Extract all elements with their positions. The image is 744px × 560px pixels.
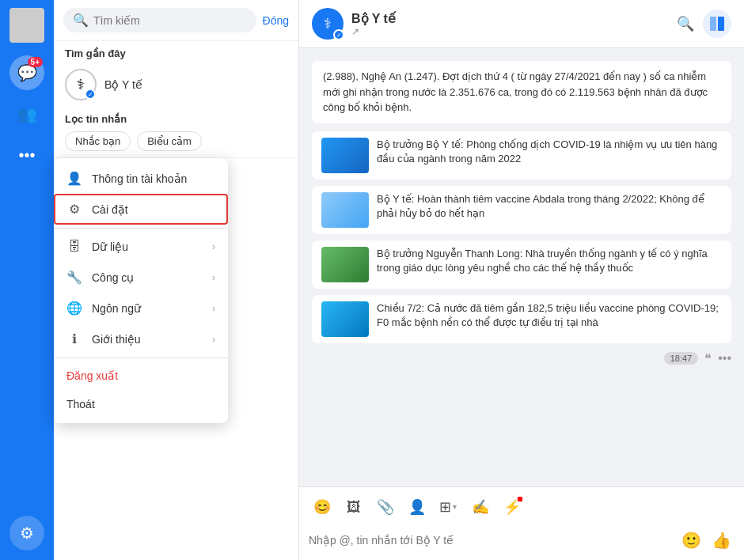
more-actions-icon[interactable]: ••• [718, 351, 731, 365]
about-icon: ℹ [66, 331, 82, 346]
messages-badge: 5+ [28, 57, 43, 67]
news-thumb-2 [321, 192, 369, 228]
chat-header: ⚕ ✓ Bộ Y tế ↗ 🔍 [299, 0, 744, 48]
news-item-2[interactable]: Bộ Y tế: Hoàn thành tiêm vaccine Abdala … [312, 186, 731, 234]
menu-item-logout-label: Đăng xuất [66, 369, 118, 382]
emoji-btn[interactable]: 🙂 [678, 527, 704, 554]
menu-item-account[interactable]: 👤 Thông tin tài khoản [54, 163, 228, 194]
chat-verified-badge-icon: ✓ [333, 29, 344, 40]
menu-item-about[interactable]: ℹ Giới thiệu › [54, 324, 228, 354]
svg-rect-0 [710, 17, 716, 31]
news-text-2: Bộ Y tế: Hoàn thành tiêm vaccine Abdala … [377, 192, 722, 221]
messages-icon-btn[interactable]: 💬 5+ [9, 55, 44, 90]
middle-panel: 🔍 Đóng Tìm gần đây ⚕ ✓ Bộ Y tế Lọc tin n… [54, 0, 299, 560]
news-thumb-3 [321, 247, 369, 282]
settings-gear-btn[interactable]: ⚙ [9, 516, 44, 551]
chat-header-name: Bộ Y tế [351, 11, 663, 26]
contact-name: Bộ Y tế [104, 78, 142, 91]
image-btn[interactable]: 🖼 [340, 494, 367, 520]
search-input[interactable] [93, 14, 247, 27]
quote-icon[interactable]: ❝ [704, 351, 712, 366]
menu-item-tools[interactable]: 🔧 Công cụ › [54, 262, 228, 293]
text-message: (2.988), Nghệ An (1.247). Đợt dịch thứ 4… [312, 61, 731, 123]
chat-messages: (2.988), Nghệ An (1.247). Đợt dịch thứ 4… [299, 48, 744, 486]
news-items: Bộ trưởng Bộ Y tế: Phòng chống dịch COVI… [312, 131, 731, 343]
chat-panel: ⚕ ✓ Bộ Y tế ↗ 🔍 (2.988), Nghệ An (1.247)… [299, 0, 744, 560]
news-item-3[interactable]: Bộ trưởng Nguyễn Thanh Long: Nhà truyền … [312, 240, 731, 289]
panel-icon [709, 16, 725, 32]
menu-item-language[interactable]: 🌐 Ngôn ngữ › [54, 293, 228, 324]
svg-rect-1 [718, 17, 724, 31]
chat-header-avatar: ⚕ ✓ [312, 8, 344, 40]
data-arrow-icon: › [212, 241, 215, 252]
chat-header-info: Bộ Y tế ↗ [351, 11, 663, 37]
contact-btn[interactable]: 👤 [404, 494, 431, 520]
settings-icon: ⚙ [66, 202, 82, 217]
recent-title: Tìm gần đây [54, 41, 298, 62]
sidebar-icons: 💬 5+ 👥 ••• ⚙ [0, 0, 54, 560]
menu-item-settings[interactable]: ⚙ Cài đặt [54, 194, 228, 225]
dropdown-arrow-icon: ▼ [451, 503, 458, 511]
message-footer: 18:47 ❝ ••• [312, 351, 731, 366]
search-bar: 🔍 Đóng [54, 0, 298, 41]
menu-item-logout[interactable]: Đăng xuất [54, 361, 228, 390]
contacts-icon-btn[interactable]: 👥 [9, 96, 44, 131]
menu-item-about-label: Giới thiệu [92, 333, 141, 346]
menu-item-exit[interactable]: Thoát [54, 390, 228, 418]
search-icon: 🔍 [73, 13, 89, 28]
chat-header-sub: ↗ [351, 26, 663, 37]
news-text-1: Bộ trưởng Bộ Y tế: Phòng chống dịch COVI… [377, 138, 722, 166]
timestamp: 18:47 [664, 352, 699, 365]
chat-header-ministry-icon: ⚕ [324, 15, 332, 32]
filter-chip-remind[interactable]: Nhắc bạn [65, 131, 131, 151]
language-icon: 🌐 [66, 301, 82, 316]
filter-title: Lọc tin nhắn [65, 113, 287, 125]
user-avatar[interactable] [9, 8, 44, 43]
menu-item-settings-label: Cài đặt [92, 203, 128, 216]
filter-chip-emoji[interactable]: Biểu cảm [137, 131, 202, 151]
menu-item-exit-label: Thoát [66, 398, 95, 411]
news-item-4[interactable]: Chiều 7/2: Cả nước đã tiêm gần 182,5 tri… [312, 295, 731, 343]
chat-input[interactable] [309, 534, 671, 547]
menu-item-tools-label: Công cụ [92, 271, 134, 284]
close-search-button[interactable]: Đóng [263, 14, 289, 27]
news-item-1[interactable]: Bộ trưởng Bộ Y tế: Phòng chống dịch COVI… [312, 131, 731, 180]
emoji-sticker-btn[interactable]: 😊 [309, 494, 336, 520]
filter-chips: Nhắc bạn Biểu cảm [65, 131, 287, 151]
tools-icon: 🔧 [66, 270, 82, 285]
menu-item-data[interactable]: 🗄 Dữ liệu › [54, 232, 228, 262]
news-text-4: Chiều 7/2: Cả nước đã tiêm gần 182,5 tri… [377, 301, 722, 330]
about-arrow-icon: › [212, 334, 215, 345]
chat-input-right: 🙂 👍 [678, 527, 735, 554]
news-thumb-4 [321, 301, 369, 337]
chat-header-actions: 🔍 [671, 9, 731, 38]
more-tools-btn[interactable]: ⊞ ▼ [435, 494, 462, 520]
menu-item-account-label: Thông tin tài khoản [92, 172, 187, 185]
quick-reply-badge [518, 497, 522, 501]
text-format-btn[interactable]: ✍ [467, 494, 494, 520]
quick-reply-btn[interactable]: ⚡ [499, 494, 526, 520]
menu-divider-1 [54, 228, 228, 229]
chat-input-tools: 😊 🖼 📎 👤 ⊞ ▼ ✍ ⚡ [309, 494, 735, 520]
verified-badge-icon: ✓ [85, 89, 96, 100]
more-icon-btn[interactable]: ••• [9, 138, 44, 172]
news-text-3: Bộ trưởng Nguyễn Thanh Long: Nhà truyền … [377, 247, 722, 275]
menu-item-data-label: Dữ liệu [92, 240, 128, 253]
chat-search-button[interactable]: 🔍 [671, 9, 700, 38]
share-icon: ↗ [351, 26, 359, 37]
menu-item-language-label: Ngôn ngữ [92, 302, 141, 315]
news-thumb-1 [321, 138, 369, 173]
data-icon: 🗄 [66, 240, 82, 254]
contact-item[interactable]: ⚕ ✓ Bộ Y tế [54, 62, 298, 107]
contact-avatar: ⚕ ✓ [65, 69, 97, 100]
account-icon: 👤 [66, 171, 82, 186]
search-input-wrapper[interactable]: 🔍 [63, 8, 256, 32]
menu-divider-2 [54, 358, 228, 358]
dropdown-menu: 👤 Thông tin tài khoản ⚙ Cài đặt 🗄 Dữ liệ… [54, 158, 228, 423]
attach-btn[interactable]: 📎 [372, 494, 399, 520]
chat-panel-toggle-button[interactable] [703, 9, 731, 38]
chat-input-area: 😊 🖼 📎 👤 ⊞ ▼ ✍ ⚡ 🙂 👍 [299, 486, 744, 560]
filter-section: Lọc tin nhắn Nhắc bạn Biểu cảm [54, 107, 298, 158]
like-btn[interactable]: 👍 [708, 527, 735, 554]
chat-input-box: 🙂 👍 [309, 527, 735, 554]
